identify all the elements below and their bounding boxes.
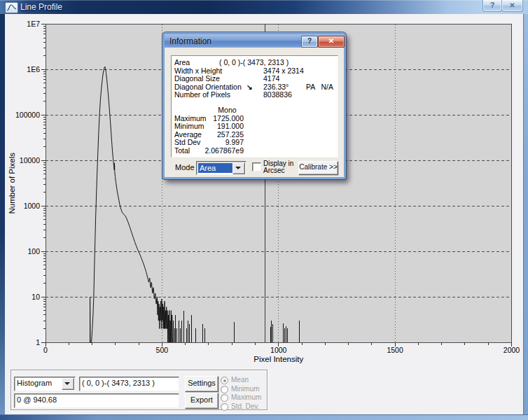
window-titlebar: Line Profile ? ✕ [0, 0, 528, 14]
mode-dropdown-arrow[interactable] [232, 162, 245, 174]
geometry-row-value: 3474 x 2314 [263, 66, 304, 75]
window-help-button[interactable]: ? [482, 0, 502, 12]
geometry-row-value: 8038836 [263, 90, 292, 99]
cursor-position-value: 0 @ 940.68 [15, 394, 179, 404]
calibrate-button[interactable]: Calibrate >> [298, 161, 338, 175]
radio-label: Mean [231, 376, 249, 384]
stats-row-value: 257.235 [174, 130, 244, 139]
stats-row: Total2.067867e9 [172, 146, 338, 155]
statistic-radio-group: MeanMinimumMaximumStd. Dev. [221, 372, 265, 409]
settings-button[interactable]: Settings [185, 376, 218, 392]
window-border-right [523, 14, 528, 414]
radio-circle[interactable] [221, 386, 228, 393]
dialog-help-button[interactable]: ? [301, 36, 318, 48]
svg-text:10000: 10000 [20, 156, 40, 164]
mode-dropdown-value: Area [198, 163, 232, 173]
bottom-control-panel: Histogram ( 0, 0 )-( 3473, 2313 ) Settin… [11, 370, 268, 410]
geometry-row: Diagonal Size4174 [172, 74, 338, 83]
export-button[interactable]: Export [185, 393, 218, 409]
radio-label: Minimum [231, 385, 260, 393]
radio-circle[interactable] [221, 394, 228, 402]
stats-row-value: 191.000 [174, 122, 244, 130]
radio-label: Std. Dev. [231, 402, 259, 410]
column-header-row: Mono [172, 106, 338, 114]
information-dialog-body: Area( 0, 0 )-( 3473, 2313 )Width x Heigh… [165, 48, 344, 177]
geometry-row-label: Area [174, 58, 190, 66]
svg-text:1E6: 1E6 [27, 65, 40, 74]
radio-circle[interactable] [221, 377, 228, 384]
geometry-row: Area( 0, 0 )-( 3473, 2313 ) [172, 58, 338, 66]
geometry-row: Width x Height3474 x 2314 [172, 66, 338, 75]
geometry-row-value: ( 0, 0 )-( 3473, 2313 ) [219, 58, 289, 66]
geometry-row-label: Width x Height [174, 66, 222, 75]
information-dialog-title: Information [169, 36, 211, 46]
svg-text:1500: 1500 [387, 346, 403, 354]
stats-row: Minimum191.000 [172, 122, 338, 130]
svg-text:500: 500 [156, 346, 169, 354]
svg-text:10: 10 [32, 293, 40, 301]
chevron-down-icon [64, 382, 70, 385]
geometry-row-extra: PA N/A [306, 83, 333, 91]
geometry-row: Diagonal Orientation236.33°↘PA N/A [172, 83, 338, 91]
stats-row: Average257.235 [172, 130, 338, 139]
svg-text:1: 1 [36, 338, 40, 346]
stats-row: Maximum1725.000 [172, 114, 338, 122]
geometry-row-label: Number of Pixels [174, 90, 230, 99]
profile-type-dropdown[interactable]: Histogram [14, 377, 76, 391]
radio-label: Maximum [231, 393, 261, 401]
window-close-button[interactable]: ✕ [501, 0, 523, 12]
stats-row: Std Dev9.997 [172, 138, 338, 146]
window-title: Line Profile [20, 2, 62, 12]
svg-text:1000: 1000 [24, 202, 41, 210]
svg-text:100: 100 [27, 247, 40, 255]
arrow-down-right-icon: ↘ [246, 83, 253, 91]
cursor-position-field[interactable]: 0 @ 940.68 [14, 393, 179, 408]
radio-dot [223, 379, 226, 382]
information-stats-panel: Area( 0, 0 )-( 3473, 2313 )Width x Heigh… [171, 55, 338, 158]
window-border-bottom [0, 414, 528, 420]
window-border-left [0, 14, 5, 414]
information-dialog: Information ? ✕ Area( 0, 0 )-( 3473, 231… [162, 32, 346, 179]
x-axis-title: Pixel Intensity [253, 355, 303, 363]
svg-text:100000: 100000 [15, 111, 40, 119]
geometry-row: Number of Pixels8038836 [172, 90, 338, 99]
column-header-mono: Mono [211, 106, 243, 114]
svg-text:0: 0 [43, 346, 48, 354]
stats-row-value: 9.997 [174, 138, 244, 146]
profile-type-dropdown-arrow[interactable] [62, 378, 74, 390]
display-in-arcsec-checkbox[interactable] [252, 162, 261, 172]
geometry-row-label: Diagonal Size [174, 74, 220, 83]
geometry-row-label: Diagonal Orientation [174, 83, 242, 91]
dialog-close-button[interactable]: ✕ [318, 36, 345, 48]
geometry-row-value: 4174 [263, 74, 279, 83]
stats-row-value: 1725.000 [174, 114, 244, 122]
svg-text:2000: 2000 [503, 346, 520, 354]
radio-circle[interactable] [221, 403, 228, 411]
window-icon [5, 2, 18, 13]
svg-text:1E7: 1E7 [27, 20, 40, 28]
stats-row-value: 2.067867e9 [174, 146, 244, 155]
svg-text:1000: 1000 [270, 346, 287, 354]
chevron-down-icon [235, 167, 241, 169]
geometry-row-value: 236.33° [263, 83, 289, 91]
y-axis-title: Number of Pixels [8, 153, 16, 214]
mode-label: Mode [175, 163, 195, 172]
region-field[interactable]: ( 0, 0 )-( 3473, 2313 ) [79, 377, 179, 391]
mode-dropdown[interactable]: Area [196, 161, 246, 175]
region-field-value: ( 0, 0 )-( 3473, 2313 ) [80, 377, 179, 387]
information-dialog-titlebar: Information ? ✕ [165, 34, 344, 48]
